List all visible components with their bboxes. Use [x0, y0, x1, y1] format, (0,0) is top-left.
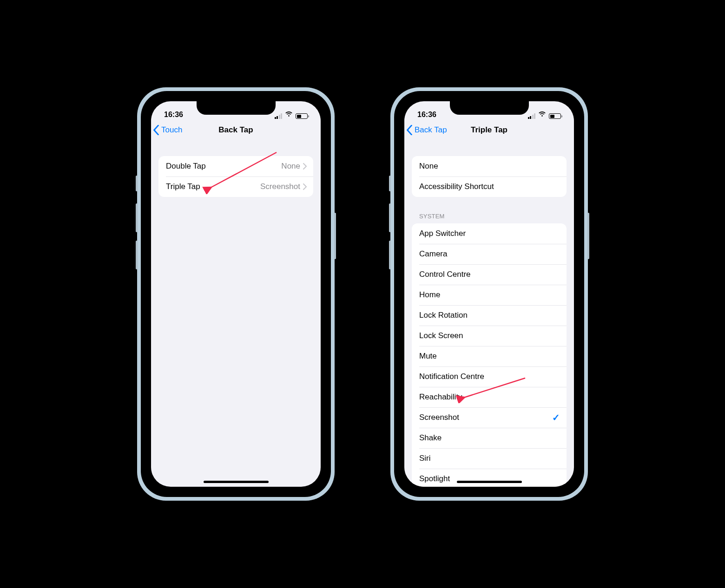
option-notification-centre[interactable]: Notification Centre — [412, 366, 567, 387]
row-label: None — [419, 162, 560, 171]
back-button[interactable]: Back Tap — [406, 120, 447, 140]
option-shake[interactable]: Shake — [412, 428, 567, 448]
top-options-group: None Accessibility Shortcut — [412, 156, 567, 197]
row-value: None — [281, 162, 300, 171]
chevron-left-icon — [406, 125, 413, 135]
option-lock-screen[interactable]: Lock Screen — [412, 326, 567, 346]
phone-left: 16:36 Touch Back Tap — [137, 87, 335, 501]
row-label: App Switcher — [419, 229, 560, 238]
content[interactable]: None Accessibility Shortcut SYSTEM App S… — [404, 140, 574, 487]
mute-switch — [389, 176, 391, 191]
row-triple-tap[interactable]: Triple Tap Screenshot — [158, 176, 313, 197]
back-label: Touch — [161, 125, 182, 135]
back-tap-options-group: Double Tap None Triple Tap Screenshot — [158, 156, 313, 197]
option-home[interactable]: Home — [412, 285, 567, 305]
row-label: Siri — [419, 454, 560, 463]
row-label: Lock Screen — [419, 331, 560, 340]
back-label: Back Tap — [415, 125, 447, 135]
status-time: 16:36 — [164, 111, 183, 119]
nav-bar: Touch Back Tap — [151, 120, 321, 140]
row-label: Control Centre — [419, 270, 560, 279]
row-label: Notification Centre — [419, 372, 560, 381]
option-siri[interactable]: Siri — [412, 448, 567, 469]
wifi-icon — [285, 111, 293, 119]
battery-icon — [549, 113, 561, 119]
option-mute[interactable]: Mute — [412, 346, 567, 366]
nav-bar: Back Tap Triple Tap — [404, 120, 574, 140]
option-spotlight[interactable]: Spotlight — [412, 469, 567, 487]
device-notch — [197, 101, 276, 115]
chevron-left-icon — [153, 125, 159, 135]
option-control-centre[interactable]: Control Centre — [412, 264, 567, 285]
mute-switch — [136, 176, 138, 191]
row-label: Accessibility Shortcut — [419, 182, 560, 191]
row-label: Shake — [419, 433, 560, 443]
power-button — [334, 213, 336, 259]
row-label: Camera — [419, 249, 560, 259]
option-lock-rotation[interactable]: Lock Rotation — [412, 305, 567, 326]
battery-icon — [296, 113, 308, 119]
option-none[interactable]: None — [412, 156, 567, 176]
screen-back-tap: 16:36 Touch Back Tap — [151, 101, 321, 487]
cellular-icon — [275, 113, 283, 119]
option-camera[interactable]: Camera — [412, 244, 567, 264]
option-screenshot[interactable]: Screenshot✓ — [412, 407, 567, 428]
home-indicator[interactable] — [457, 481, 522, 483]
chevron-right-icon — [303, 163, 307, 170]
row-label: Mute — [419, 352, 560, 361]
system-options-group: App SwitcherCameraControl CentreHomeLock… — [412, 223, 567, 487]
section-header-system: SYSTEM — [419, 213, 567, 220]
checkmark-icon: ✓ — [552, 412, 560, 423]
volume-up-button — [389, 203, 391, 232]
device-notch — [450, 101, 529, 115]
row-double-tap[interactable]: Double Tap None — [158, 156, 313, 176]
option-reachability[interactable]: Reachability — [412, 387, 567, 407]
option-accessibility-shortcut[interactable]: Accessibility Shortcut — [412, 176, 567, 197]
volume-down-button — [389, 241, 391, 269]
back-button[interactable]: Touch — [153, 120, 182, 140]
phone-right: 16:36 Back Tap Triple T — [390, 87, 588, 501]
option-app-switcher[interactable]: App Switcher — [412, 223, 567, 244]
row-label: Triple Tap — [166, 182, 260, 191]
volume-up-button — [136, 203, 138, 232]
row-label: Home — [419, 290, 560, 300]
row-label: Double Tap — [166, 162, 281, 171]
wifi-icon — [538, 111, 546, 119]
status-time: 16:36 — [417, 111, 436, 119]
chevron-right-icon — [303, 183, 307, 190]
power-button — [587, 213, 589, 259]
home-indicator[interactable] — [204, 481, 269, 483]
row-label: Reachability — [419, 392, 560, 402]
row-label: Screenshot — [419, 413, 552, 422]
row-label: Lock Rotation — [419, 311, 560, 320]
row-value: Screenshot — [260, 182, 300, 191]
screen-triple-tap: 16:36 Back Tap Triple T — [404, 101, 574, 487]
content: Double Tap None Triple Tap Screenshot — [151, 140, 321, 487]
cellular-icon — [528, 113, 536, 119]
volume-down-button — [136, 241, 138, 269]
